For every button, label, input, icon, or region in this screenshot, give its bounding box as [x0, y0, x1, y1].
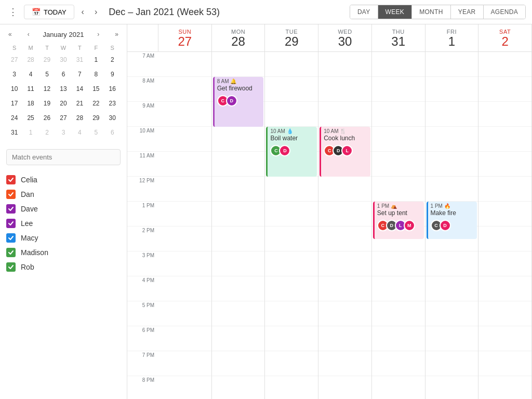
mini-next-next[interactable]: »: [113, 30, 121, 39]
day-number[interactable]: 28: [214, 35, 263, 48]
hour-block[interactable]: [318, 376, 371, 399]
event-boil-water[interactable]: 10 AM 💧Boil waterCD: [266, 127, 317, 177]
mini-cal-day[interactable]: 25: [22, 111, 38, 125]
hour-block[interactable]: [212, 301, 265, 326]
mini-cal-day[interactable]: 30: [104, 111, 121, 125]
mini-cal-day[interactable]: 31: [6, 125, 22, 140]
day-column-6[interactable]: [478, 52, 532, 399]
mini-cal-day[interactable]: 6: [104, 125, 121, 140]
hour-block[interactable]: [478, 326, 531, 351]
mini-cal-day[interactable]: 2: [39, 125, 55, 140]
hour-block[interactable]: [372, 251, 425, 276]
hour-block[interactable]: [478, 376, 531, 399]
hour-block[interactable]: [478, 152, 531, 177]
hour-block[interactable]: [318, 301, 371, 326]
person-item[interactable]: Rob: [6, 260, 121, 274]
hour-block[interactable]: [372, 177, 425, 202]
hour-block[interactable]: [478, 52, 531, 77]
hour-block[interactable]: [372, 127, 425, 152]
hour-block[interactable]: [158, 251, 211, 276]
hour-block[interactable]: [265, 202, 318, 227]
hour-block[interactable]: [212, 276, 265, 301]
hour-block[interactable]: [265, 301, 318, 326]
hour-block[interactable]: [372, 301, 425, 326]
hour-block[interactable]: [425, 351, 478, 376]
mini-cal-day[interactable]: 2: [104, 52, 121, 67]
hour-block[interactable]: [158, 326, 211, 351]
hour-block[interactable]: [372, 102, 425, 127]
mini-cal-day[interactable]: 6: [55, 67, 71, 82]
hour-block[interactable]: [478, 251, 531, 276]
hour-block[interactable]: [478, 227, 531, 251]
hour-block[interactable]: [318, 276, 371, 301]
hour-block[interactable]: [425, 102, 478, 127]
day-number[interactable]: 2: [481, 35, 529, 48]
hour-block[interactable]: [212, 127, 265, 152]
mini-cal-day[interactable]: 29: [88, 111, 104, 125]
hour-block[interactable]: [425, 77, 478, 102]
view-month[interactable]: MONTH: [411, 5, 450, 19]
person-checkbox[interactable]: [6, 233, 16, 243]
hour-block[interactable]: [158, 227, 211, 251]
hour-block[interactable]: [372, 276, 425, 301]
hour-block[interactable]: [372, 52, 425, 77]
person-checkbox[interactable]: [6, 262, 16, 272]
mini-cal-day[interactable]: 21: [72, 96, 88, 111]
day-number[interactable]: 30: [321, 35, 369, 48]
hour-block[interactable]: [372, 376, 425, 399]
person-item[interactable]: Lee: [6, 216, 121, 231]
mini-cal-day[interactable]: 3: [55, 125, 71, 140]
hour-block[interactable]: [425, 276, 478, 301]
hour-block[interactable]: [158, 301, 211, 326]
mini-cal-day[interactable]: 5: [39, 67, 55, 82]
hour-block[interactable]: [158, 177, 211, 202]
person-checkbox[interactable]: [6, 248, 16, 257]
search-box[interactable]: [6, 149, 121, 165]
hour-block[interactable]: [478, 202, 531, 227]
mini-cal-day[interactable]: 5: [88, 125, 104, 140]
mini-cal-day[interactable]: 14: [72, 82, 88, 96]
hour-block[interactable]: [265, 177, 318, 202]
mini-cal-day[interactable]: 1: [88, 52, 104, 67]
hour-block[interactable]: [425, 177, 478, 202]
person-checkbox[interactable]: [6, 204, 16, 214]
day-number[interactable]: 29: [267, 35, 316, 48]
view-week[interactable]: WEEK: [378, 5, 412, 19]
hour-block[interactable]: [158, 351, 211, 376]
mini-cal-day[interactable]: 10: [6, 82, 22, 96]
hour-block[interactable]: [425, 251, 478, 276]
mini-cal-day[interactable]: 29: [39, 52, 55, 67]
hour-block[interactable]: [158, 202, 211, 227]
event-cook-lunch[interactable]: 10 AM 🍴Cook lunchCDL: [320, 127, 370, 177]
view-year[interactable]: YEAR: [450, 5, 483, 19]
hour-block[interactable]: [158, 276, 211, 301]
mini-cal-day[interactable]: 4: [22, 67, 38, 82]
prev-button[interactable]: ‹: [78, 5, 87, 19]
view-day[interactable]: DAY: [350, 5, 378, 19]
hour-block[interactable]: [478, 177, 531, 202]
mini-cal-day[interactable]: 9: [104, 67, 121, 82]
mini-cal-day[interactable]: 22: [88, 96, 104, 111]
mini-cal-day[interactable]: 12: [39, 82, 55, 96]
person-checkbox[interactable]: [6, 175, 16, 184]
hour-block[interactable]: [425, 152, 478, 177]
day-number[interactable]: 1: [428, 35, 476, 48]
hour-block[interactable]: [318, 227, 371, 251]
mini-prev-prev[interactable]: «: [6, 30, 14, 39]
day-column-2[interactable]: 10 AM 💧Boil waterCD: [265, 52, 318, 399]
hour-block[interactable]: [265, 227, 318, 251]
mini-cal-day[interactable]: 28: [22, 52, 38, 67]
hour-block[interactable]: [212, 351, 265, 376]
hour-block[interactable]: [265, 251, 318, 276]
mini-cal-day[interactable]: 27: [55, 111, 71, 125]
hour-block[interactable]: [265, 326, 318, 351]
hour-block[interactable]: [478, 127, 531, 152]
hour-block[interactable]: [212, 326, 265, 351]
hour-block[interactable]: [212, 376, 265, 399]
hour-block[interactable]: [212, 152, 265, 177]
hour-block[interactable]: [372, 152, 425, 177]
person-item[interactable]: Dave: [6, 202, 121, 216]
hour-block[interactable]: [425, 376, 478, 399]
mini-cal-day[interactable]: 27: [6, 52, 22, 67]
mini-cal-day[interactable]: 1: [22, 125, 38, 140]
